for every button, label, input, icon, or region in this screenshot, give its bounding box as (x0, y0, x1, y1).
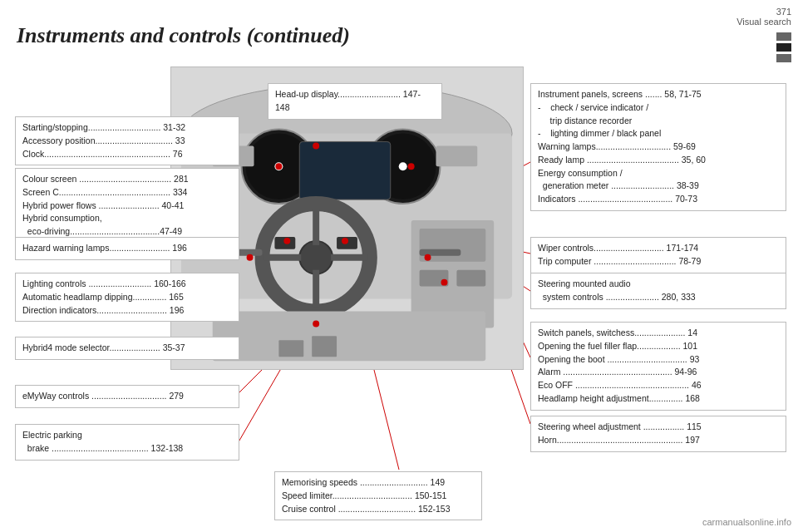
svg-point-43 (313, 142, 319, 149)
box-text: Horn....................................… (538, 434, 779, 447)
box-steering-audio: Steering mounted audio system controls .… (530, 273, 786, 309)
box-text: Ready lamp .............................… (538, 154, 779, 167)
box-text: Headlamp height adjustment..............… (538, 392, 779, 406)
box-electric-parking: Electric parking brake .................… (15, 424, 239, 461)
svg-rect-41 (278, 340, 303, 357)
box-text: Trip computer ..........................… (538, 255, 779, 268)
svg-rect-35 (456, 270, 485, 287)
box-text: Screen C................................… (22, 186, 232, 200)
box-text: Hybrid power flows .....................… (22, 200, 232, 213)
svg-rect-37 (420, 249, 461, 256)
box-text: - lighting dimmer / black panel (538, 127, 779, 140)
watermark: carmanualsonline.info (702, 517, 791, 527)
box-wiper-controls: Wiper controls..........................… (530, 237, 786, 273)
box-text: - check / service indicator / (538, 101, 779, 115)
svg-point-25 (299, 241, 332, 274)
svg-point-47 (283, 238, 290, 244)
box-colour-screen: Colour screen ..........................… (15, 168, 239, 244)
box-text: Switch panels, switchess................… (538, 327, 779, 340)
box-head-up-display: Head-up display.........................… (268, 83, 442, 120)
svg-point-48 (342, 238, 348, 244)
page-info: 371 Visual search (736, 7, 791, 62)
box-memorising-speeds: Memorising speeds ......................… (274, 471, 482, 520)
svg-point-45 (408, 163, 415, 170)
box-text: Hazard warning lamps....................… (22, 242, 232, 255)
box-text: Head-up display.........................… (275, 88, 435, 115)
svg-rect-39 (436, 145, 477, 166)
box-text: Energy consumption / (538, 167, 779, 180)
box-instrument-panels: Instrument panels, screens ....... 58, 7… (530, 83, 786, 211)
box-text: Cruise control .........................… (282, 503, 475, 516)
svg-point-49 (425, 254, 431, 261)
box-text: Memorising speeds ......................… (282, 476, 475, 490)
svg-line-8 (374, 370, 399, 470)
svg-point-46 (247, 254, 254, 261)
box-text: Warning lamps...........................… (538, 140, 779, 154)
box-lighting: Lighting controls ......................… (15, 273, 239, 322)
box-text: Alarm ..................................… (538, 366, 779, 379)
box-text: Electric parking (22, 429, 232, 442)
svg-point-22 (399, 162, 407, 170)
svg-rect-40 (213, 311, 485, 361)
nav-bar-3 (776, 54, 791, 62)
box-steering-wheel: Steering wheel adjustment ..............… (530, 416, 786, 452)
box-text: Starting/stopping.......................… (22, 121, 232, 135)
box-text: Clock...................................… (22, 148, 232, 161)
box-text: Indicators .............................… (538, 193, 779, 206)
nav-indicators (776, 32, 791, 62)
svg-point-50 (441, 279, 447, 286)
page-number: 371 Visual search (736, 7, 791, 27)
box-text: Steering wheel adjustment ..............… (538, 421, 779, 434)
box-text: brake ..................................… (22, 442, 232, 456)
box-switch-panels: Switch panels, switchess................… (530, 322, 786, 411)
box-emyway: eMyWay controls ........................… (15, 385, 239, 408)
box-hybrid4: Hybrid4 mode selector...................… (15, 337, 239, 360)
box-text: system controls ...................... 2… (538, 291, 779, 304)
box-text: Eco OFF ................................… (538, 379, 779, 392)
box-text: Wiper controls..........................… (538, 242, 779, 255)
box-text: eMyWay controls ........................… (22, 390, 232, 403)
box-text: Opening the boot .......................… (538, 353, 779, 367)
box-hazard-lamps: Hazard warning lamps....................… (15, 237, 239, 260)
svg-rect-42 (312, 336, 337, 357)
box-starting-stopping: Starting/stopping.......................… (15, 116, 239, 165)
nav-bar-1 (776, 32, 791, 41)
box-text: Accessory position......................… (22, 135, 232, 148)
svg-rect-23 (299, 141, 390, 200)
box-text: Automatic headlamp dipping..............… (22, 291, 232, 304)
svg-line-6 (237, 366, 283, 445)
svg-point-51 (313, 320, 319, 327)
box-text: Hybrid4 mode selector...................… (22, 342, 232, 355)
box-text: Instrument panels, screens ....... 58, 7… (538, 88, 779, 101)
box-text: Colour screen ..........................… (22, 173, 232, 186)
box-text: trip distance recorder (538, 115, 779, 128)
box-text: Steering mounted audio (538, 278, 779, 291)
box-text: Hybrid consumption, (22, 212, 232, 225)
box-text: generation meter .......................… (538, 180, 779, 193)
page-title: Instruments and controls (continued) (17, 23, 350, 48)
box-text: Lighting controls ......................… (22, 278, 232, 291)
box-text: Speed limiter...........................… (282, 490, 475, 503)
svg-point-44 (275, 163, 282, 170)
nav-bar-2 (776, 43, 791, 52)
box-text: Opening the fuel filler flap............… (538, 340, 779, 353)
box-text: Direction indicators....................… (22, 304, 232, 318)
